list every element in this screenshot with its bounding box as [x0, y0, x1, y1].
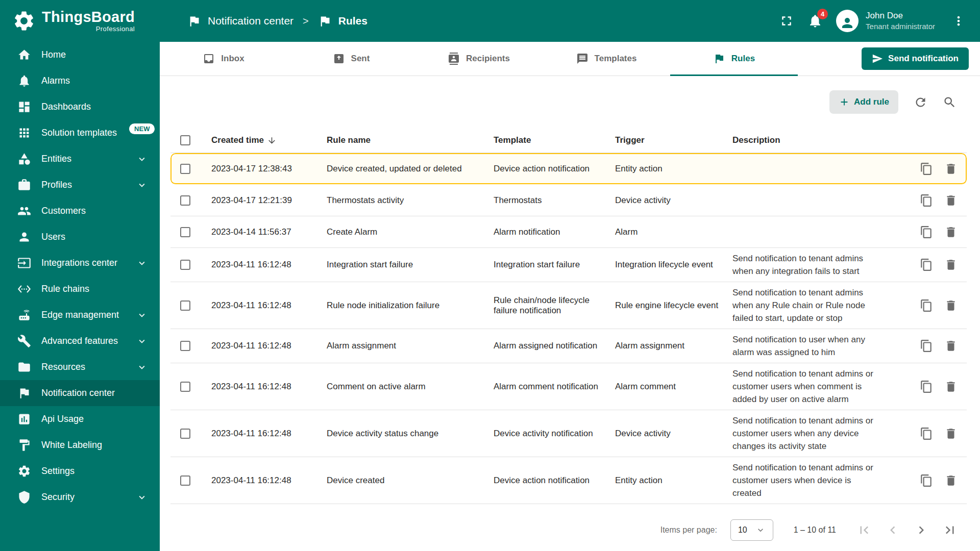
sidebar-item-label: Solution templates [41, 128, 117, 138]
column-template[interactable]: Template [488, 135, 610, 145]
sidebar-item-profiles[interactable]: Profiles [0, 172, 160, 198]
sidebar-item-edge-management[interactable]: Edge management [0, 302, 160, 328]
row-checkbox[interactable] [180, 429, 190, 439]
table-row[interactable]: 2023-04-17 12:38:43 Device created, upda… [170, 153, 967, 185]
sidebar-item-icon [17, 100, 31, 114]
delete-rule-button[interactable] [944, 299, 958, 312]
sidebar-item-alarms[interactable]: Alarms [0, 68, 160, 94]
copy-rule-button[interactable] [920, 427, 933, 440]
delete-rule-button[interactable] [944, 226, 958, 239]
sidebar-item-solution-templates[interactable]: Solution templates NEW [0, 120, 160, 146]
tab-recipients[interactable]: Recipients [415, 42, 543, 76]
copy-rule-button[interactable] [920, 474, 933, 487]
delete-rule-button[interactable] [944, 474, 958, 487]
search-icon[interactable] [943, 95, 957, 109]
user-menu[interactable]: John Doe Tenant administrator [836, 10, 935, 32]
breadcrumb-notification-center[interactable]: Notification center [187, 14, 293, 28]
column-rule-name[interactable]: Rule name [322, 135, 488, 145]
row-checkbox[interactable] [180, 300, 190, 311]
breadcrumb-rules[interactable]: Rules [318, 14, 368, 28]
table-row[interactable]: 2023-04-11 16:12:48 Comment on active al… [170, 363, 967, 410]
table-row[interactable]: 2023-04-11 16:12:48 Device created Devic… [170, 457, 967, 504]
row-checkbox[interactable] [180, 164, 190, 174]
sidebar-item-home[interactable]: Home [0, 42, 160, 68]
tabs: Inbox Sent Recipients [160, 42, 798, 76]
row-checkbox[interactable] [180, 382, 190, 392]
table-row[interactable]: 2023-04-11 16:12:48 Alarm assignment Ala… [170, 329, 967, 363]
add-rule-button[interactable]: Add rule [829, 90, 898, 114]
sidebar-item-label: Integrations center [41, 258, 117, 268]
sidebar-item-icon [17, 386, 31, 400]
table-row[interactable]: 2023-04-17 12:21:39 Thermostats activity… [170, 185, 967, 216]
send-notification-button[interactable]: Send notification [862, 47, 969, 70]
sidebar-item-dashboards[interactable]: Dashboards [0, 94, 160, 120]
page-range: 1 – 10 of 11 [794, 525, 836, 535]
sidebar-item-advanced-features[interactable]: Advanced features [0, 328, 160, 354]
sidebar-item-icon [17, 126, 31, 140]
tab-sent[interactable]: Sent [287, 42, 415, 76]
sidebar-item-entities[interactable]: Entities [0, 146, 160, 172]
delete-rule-button[interactable] [944, 258, 958, 271]
copy-rule-button[interactable] [920, 226, 933, 239]
copy-rule-button[interactable] [920, 339, 933, 353]
notifications-button[interactable]: 4 [807, 13, 823, 29]
sidebar-item-security[interactable]: Security [0, 484, 160, 510]
row-checkbox[interactable] [180, 475, 190, 486]
fullscreen-icon[interactable] [779, 13, 794, 29]
sidebar-item-rule-chains[interactable]: Rule chains [0, 276, 160, 302]
column-created-time[interactable]: Created time [206, 135, 322, 145]
row-checkbox[interactable] [180, 341, 190, 351]
table-row[interactable]: 2023-04-11 16:12:48 Integration start fa… [170, 248, 967, 282]
sidebar-item-notification-center[interactable]: Notification center [0, 380, 160, 406]
sidebar-item-api-usage[interactable]: Api Usage [0, 406, 160, 432]
copy-rule-button[interactable] [920, 258, 933, 271]
table-row[interactable]: 2023-04-11 16:12:48 Rule node initializa… [170, 282, 967, 329]
delete-rule-button[interactable] [944, 162, 958, 176]
cell-trigger: Device activity [610, 429, 727, 439]
delete-rule-button[interactable] [944, 427, 958, 440]
row-actions [888, 162, 967, 176]
table-row[interactable]: 2023-04-11 16:12:48 Device activity stat… [170, 410, 967, 457]
select-all-checkbox[interactable] [180, 135, 190, 145]
row-checkbox[interactable] [180, 227, 190, 237]
sidebar-item-customers[interactable]: Customers [0, 198, 160, 224]
table-row[interactable]: 2023-04-11 16:12:48 Alarm update Alarm u… [170, 504, 967, 509]
copy-rule-button[interactable] [920, 299, 933, 312]
sidebar-item-users[interactable]: Users [0, 224, 160, 250]
row-actions [888, 194, 967, 207]
sidebar-item-resources[interactable]: Resources [0, 354, 160, 380]
cell-created-time: 2023-04-11 16:12:48 [206, 341, 322, 351]
sidebar-item-label: Security [41, 492, 75, 503]
row-checkbox[interactable] [180, 195, 190, 206]
tab-label: Rules [731, 54, 755, 64]
tab-icon [448, 53, 460, 65]
page-size-select[interactable]: 10 [730, 519, 773, 541]
row-checkbox[interactable] [180, 260, 190, 270]
cell-rule-name: Device created [322, 475, 488, 486]
cell-description: Send notification to tenant admins when … [727, 252, 888, 278]
copy-rule-button[interactable] [920, 162, 933, 176]
next-page-button[interactable] [914, 522, 929, 538]
column-description[interactable]: Description [727, 135, 888, 145]
chevron-down-icon [136, 154, 148, 165]
more-options-icon[interactable] [951, 14, 966, 28]
sidebar-item-integrations-center[interactable]: Integrations center [0, 250, 160, 276]
sidebar-item-label: Alarms [41, 76, 70, 86]
delete-rule-button[interactable] [944, 339, 958, 353]
table-row[interactable]: 2023-04-14 11:56:37 Create Alarm Alarm n… [170, 216, 967, 248]
copy-rule-button[interactable] [920, 380, 933, 393]
sidebar-item-white-labeling[interactable]: White Labeling [0, 432, 160, 458]
refresh-icon[interactable] [914, 95, 927, 109]
last-page-button[interactable] [942, 522, 958, 538]
cell-created-time: 2023-04-11 16:12:48 [206, 382, 322, 392]
column-trigger[interactable]: Trigger [610, 135, 727, 145]
copy-rule-button[interactable] [920, 194, 933, 207]
tab-inbox[interactable]: Inbox [160, 42, 287, 76]
delete-rule-button[interactable] [944, 380, 958, 393]
delete-rule-button[interactable] [944, 194, 958, 207]
tab-rules[interactable]: Rules [670, 42, 798, 76]
tab-templates[interactable]: Templates [543, 42, 670, 76]
sidebar-item-settings[interactable]: Settings [0, 458, 160, 484]
cell-rule-name: Rule node initialization failure [322, 300, 488, 311]
cell-rule-name: Device created, updated or deleted [322, 164, 488, 174]
